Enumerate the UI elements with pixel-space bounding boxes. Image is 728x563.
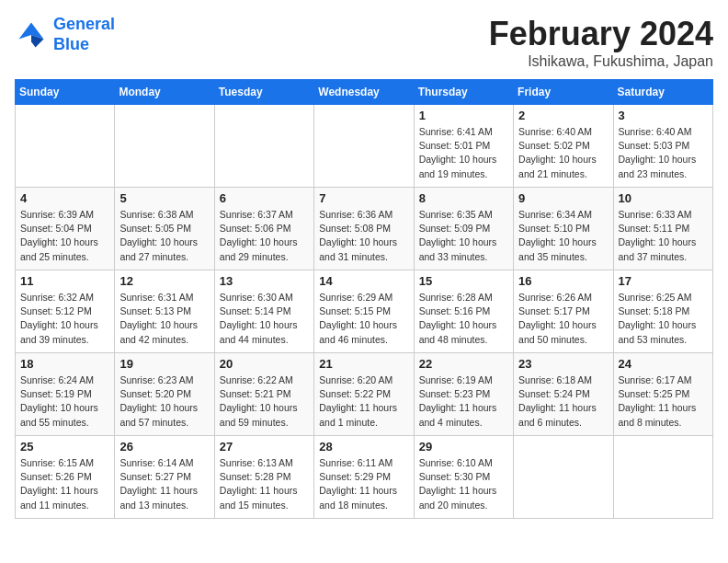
calendar-cell: 18Sunrise: 6:24 AM Sunset: 5:19 PM Dayli…: [16, 353, 115, 436]
day-number: 24: [619, 357, 708, 371]
day-info: Sunrise: 6:11 AM Sunset: 5:29 PM Dayligh…: [319, 456, 408, 512]
day-number: 15: [419, 274, 508, 288]
day-number: 4: [20, 191, 109, 205]
calendar-cell: 23Sunrise: 6:18 AM Sunset: 5:24 PM Dayli…: [514, 353, 613, 436]
week-row-5: 25Sunrise: 6:15 AM Sunset: 5:26 PM Dayli…: [16, 436, 713, 519]
day-number: 1: [419, 109, 508, 122]
day-info: Sunrise: 6:15 AM Sunset: 5:26 PM Dayligh…: [20, 456, 109, 512]
day-number: 5: [119, 191, 209, 205]
day-number: 3: [619, 109, 708, 122]
day-number: 21: [319, 357, 408, 371]
day-info: Sunrise: 6:26 AM Sunset: 5:17 PM Dayligh…: [518, 291, 608, 347]
logo-text: General Blue: [53, 15, 115, 54]
day-info: Sunrise: 6:37 AM Sunset: 5:06 PM Dayligh…: [220, 208, 309, 264]
calendar-cell: 21Sunrise: 6:20 AM Sunset: 5:22 PM Dayli…: [314, 353, 414, 436]
day-number: 17: [619, 274, 708, 288]
calendar-cell: 22Sunrise: 6:19 AM Sunset: 5:23 PM Dayli…: [414, 353, 513, 436]
logo-line2: Blue: [53, 35, 89, 53]
week-row-4: 18Sunrise: 6:24 AM Sunset: 5:19 PM Dayli…: [16, 353, 713, 436]
weekday-header-row: SundayMondayTuesdayWednesdayThursdayFrid…: [16, 80, 713, 105]
calendar-cell: 25Sunrise: 6:15 AM Sunset: 5:26 PM Dayli…: [16, 436, 115, 519]
calendar-cell: [314, 105, 414, 188]
day-info: Sunrise: 6:25 AM Sunset: 5:18 PM Dayligh…: [619, 291, 708, 347]
weekday-header-thursday: Thursday: [414, 80, 513, 105]
day-info: Sunrise: 6:20 AM Sunset: 5:22 PM Dayligh…: [319, 373, 408, 430]
calendar-cell: 11Sunrise: 6:32 AM Sunset: 5:12 PM Dayli…: [16, 270, 115, 353]
day-number: 23: [518, 357, 608, 371]
calendar-cell: 5Sunrise: 6:38 AM Sunset: 5:05 PM Daylig…: [115, 188, 214, 270]
day-number: 2: [518, 109, 608, 122]
weekday-header-monday: Monday: [115, 80, 214, 105]
weekday-header-friday: Friday: [514, 80, 613, 105]
day-number: 28: [319, 440, 408, 454]
day-info: Sunrise: 6:35 AM Sunset: 5:09 PM Dayligh…: [419, 208, 508, 264]
day-info: Sunrise: 6:13 AM Sunset: 5:28 PM Dayligh…: [220, 456, 309, 512]
month-title: February 2024: [489, 15, 713, 53]
day-info: Sunrise: 6:30 AM Sunset: 5:14 PM Dayligh…: [220, 291, 309, 347]
calendar-cell: [115, 105, 214, 188]
day-number: 10: [619, 191, 708, 205]
day-info: Sunrise: 6:18 AM Sunset: 5:24 PM Dayligh…: [518, 373, 608, 430]
day-info: Sunrise: 6:19 AM Sunset: 5:23 PM Dayligh…: [419, 373, 508, 430]
week-row-3: 11Sunrise: 6:32 AM Sunset: 5:12 PM Dayli…: [16, 270, 713, 353]
day-number: 6: [220, 191, 309, 205]
day-number: 14: [319, 274, 408, 288]
day-number: 27: [220, 440, 309, 454]
day-info: Sunrise: 6:10 AM Sunset: 5:30 PM Dayligh…: [419, 456, 508, 512]
day-number: 18: [20, 357, 109, 371]
calendar-cell: 15Sunrise: 6:28 AM Sunset: 5:16 PM Dayli…: [414, 270, 513, 353]
day-info: Sunrise: 6:40 AM Sunset: 5:02 PM Dayligh…: [518, 125, 608, 181]
calendar-cell: 19Sunrise: 6:23 AM Sunset: 5:20 PM Dayli…: [115, 353, 214, 436]
day-number: 29: [419, 440, 508, 454]
calendar-cell: 4Sunrise: 6:39 AM Sunset: 5:04 PM Daylig…: [16, 188, 115, 270]
calendar-cell: 17Sunrise: 6:25 AM Sunset: 5:18 PM Dayli…: [613, 270, 712, 353]
day-number: 12: [119, 274, 209, 288]
calendar-cell: 28Sunrise: 6:11 AM Sunset: 5:29 PM Dayli…: [314, 436, 414, 519]
weekday-header-tuesday: Tuesday: [214, 80, 313, 105]
calendar-cell: 8Sunrise: 6:35 AM Sunset: 5:09 PM Daylig…: [414, 188, 513, 270]
day-info: Sunrise: 6:22 AM Sunset: 5:21 PM Dayligh…: [220, 373, 309, 430]
logo-bird-icon: [15, 18, 48, 52]
week-row-1: 1Sunrise: 6:41 AM Sunset: 5:01 PM Daylig…: [16, 105, 713, 188]
calendar-cell: 7Sunrise: 6:36 AM Sunset: 5:08 PM Daylig…: [314, 188, 414, 270]
day-info: Sunrise: 6:33 AM Sunset: 5:11 PM Dayligh…: [619, 208, 708, 264]
day-info: Sunrise: 6:34 AM Sunset: 5:10 PM Dayligh…: [518, 208, 608, 264]
day-number: 16: [518, 274, 608, 288]
calendar-cell: 24Sunrise: 6:17 AM Sunset: 5:25 PM Dayli…: [613, 353, 712, 436]
logo-line1: General: [53, 15, 115, 33]
page-header: General Blue February 2024 Ishikawa, Fuk…: [15, 15, 713, 70]
location-subtitle: Ishikawa, Fukushima, Japan: [489, 53, 713, 70]
day-number: 20: [220, 357, 309, 371]
day-info: Sunrise: 6:39 AM Sunset: 5:04 PM Dayligh…: [20, 208, 109, 264]
day-number: 7: [319, 191, 408, 205]
day-number: 22: [419, 357, 508, 371]
calendar-cell: 2Sunrise: 6:40 AM Sunset: 5:02 PM Daylig…: [514, 105, 613, 188]
calendar-cell: 12Sunrise: 6:31 AM Sunset: 5:13 PM Dayli…: [115, 270, 214, 353]
title-block: February 2024 Ishikawa, Fukushima, Japan: [489, 15, 713, 70]
day-number: 26: [119, 440, 209, 454]
day-info: Sunrise: 6:29 AM Sunset: 5:15 PM Dayligh…: [319, 291, 408, 347]
calendar-cell: 27Sunrise: 6:13 AM Sunset: 5:28 PM Dayli…: [214, 436, 313, 519]
day-number: 25: [20, 440, 109, 454]
calendar-cell: 14Sunrise: 6:29 AM Sunset: 5:15 PM Dayli…: [314, 270, 414, 353]
calendar-cell: [214, 105, 313, 188]
day-info: Sunrise: 6:28 AM Sunset: 5:16 PM Dayligh…: [419, 291, 508, 347]
day-info: Sunrise: 6:24 AM Sunset: 5:19 PM Dayligh…: [20, 373, 109, 430]
calendar-cell: [16, 105, 115, 188]
day-info: Sunrise: 6:41 AM Sunset: 5:01 PM Dayligh…: [419, 125, 508, 181]
calendar-cell: 3Sunrise: 6:40 AM Sunset: 5:03 PM Daylig…: [613, 105, 712, 188]
day-number: 11: [20, 274, 109, 288]
calendar-cell: 26Sunrise: 6:14 AM Sunset: 5:27 PM Dayli…: [115, 436, 214, 519]
day-info: Sunrise: 6:32 AM Sunset: 5:12 PM Dayligh…: [20, 291, 109, 347]
calendar-cell: 9Sunrise: 6:34 AM Sunset: 5:10 PM Daylig…: [514, 188, 613, 270]
calendar-cell: 13Sunrise: 6:30 AM Sunset: 5:14 PM Dayli…: [214, 270, 313, 353]
day-number: 13: [220, 274, 309, 288]
calendar-table: SundayMondayTuesdayWednesdayThursdayFrid…: [15, 79, 713, 519]
weekday-header-sunday: Sunday: [16, 80, 115, 105]
day-number: 9: [518, 191, 608, 205]
calendar-cell: 6Sunrise: 6:37 AM Sunset: 5:06 PM Daylig…: [214, 188, 313, 270]
day-info: Sunrise: 6:38 AM Sunset: 5:05 PM Dayligh…: [119, 208, 209, 264]
week-row-2: 4Sunrise: 6:39 AM Sunset: 5:04 PM Daylig…: [16, 188, 713, 270]
calendar-cell: 20Sunrise: 6:22 AM Sunset: 5:21 PM Dayli…: [214, 353, 313, 436]
calendar-cell: [613, 436, 712, 519]
